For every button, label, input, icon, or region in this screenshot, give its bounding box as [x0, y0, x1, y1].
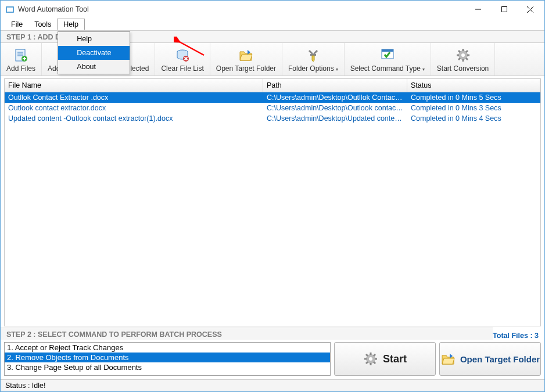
- svg-line-25: [314, 51, 317, 54]
- open-folder-icon: [238, 47, 253, 63]
- svg-point-30: [461, 53, 465, 57]
- gear-icon: [363, 351, 378, 366]
- open-target-folder-button[interactable]: Open Target Folder: [210, 43, 282, 75]
- close-button[interactable]: [517, 1, 543, 17]
- svg-rect-3: [501, 7, 507, 12]
- list-item[interactable]: 2. Remove Objects from Documents: [5, 353, 330, 362]
- svg-line-38: [458, 58, 460, 60]
- folder-options-icon: [306, 47, 321, 63]
- col-path[interactable]: Path: [263, 79, 407, 92]
- svg-line-36: [466, 58, 468, 60]
- svg-line-35: [458, 51, 460, 52]
- select-command-type-button[interactable]: Select Command Type▾: [345, 43, 431, 75]
- help-menu-about[interactable]: About: [58, 60, 130, 74]
- folder-options-button[interactable]: Folder Options▾: [282, 43, 345, 75]
- svg-rect-1: [7, 8, 13, 12]
- svg-rect-28: [382, 49, 393, 52]
- maximize-button[interactable]: [491, 1, 517, 17]
- bottom-row: 1. Accept or Reject Track Changes2. Remo…: [1, 340, 544, 379]
- menu-file[interactable]: File: [5, 19, 28, 30]
- app-icon: [5, 5, 15, 14]
- title-bar: Word Automation Tool: [1, 1, 544, 18]
- start-button[interactable]: Start: [334, 342, 436, 376]
- col-status[interactable]: Status: [407, 79, 540, 92]
- add-files-button[interactable]: Add Files: [1, 43, 42, 75]
- menu-bar: File Tools Help Help Deactivate About: [1, 18, 544, 31]
- menu-tools[interactable]: Tools: [28, 19, 57, 30]
- col-filename[interactable]: File Name: [5, 79, 263, 92]
- add-files-icon: [13, 47, 28, 63]
- chevron-down-icon: ▾: [336, 67, 338, 72]
- minimize-button[interactable]: [465, 1, 491, 17]
- app-window: Word Automation Tool File Tools Help Hel…: [0, 0, 545, 392]
- table-row[interactable]: Outlook contact extractor.docxC:\Users\a…: [5, 103, 540, 113]
- open-folder-icon: [440, 351, 456, 366]
- clear-list-icon: [175, 47, 190, 63]
- step2-label: STEP 2 : SELECT COMMAND TO PERFORM BATCH…: [1, 328, 493, 340]
- help-menu-deactivate[interactable]: Deactivate: [58, 46, 130, 60]
- total-files-label: Total Files : 3: [493, 330, 544, 340]
- svg-line-45: [366, 354, 368, 356]
- table-row[interactable]: Outllok Contact Extractor .docxC:\Users\…: [5, 92, 540, 103]
- status-bar: Status : Idle!: [1, 379, 544, 391]
- clear-file-list-button[interactable]: Clear File List: [155, 43, 210, 75]
- grid-header: File Name Path Status: [5, 79, 540, 92]
- chevron-down-icon: ▾: [422, 67, 425, 72]
- svg-point-40: [369, 357, 372, 361]
- svg-line-46: [374, 362, 375, 364]
- menu-help[interactable]: Help Help Deactivate About: [57, 19, 85, 30]
- svg-line-48: [366, 362, 368, 364]
- file-grid: File Name Path Status Outllok Contact Ex…: [4, 78, 541, 326]
- list-item[interactable]: 3. Change Page Setup of all Documents: [5, 362, 330, 372]
- select-command-icon: [380, 47, 395, 63]
- help-dropdown: Help Deactivate About: [58, 31, 130, 74]
- svg-line-47: [374, 354, 375, 356]
- start-conversion-button[interactable]: Start Conversion: [431, 43, 495, 75]
- svg-line-37: [466, 51, 468, 52]
- list-item[interactable]: 1. Accept or Reject Track Changes: [5, 343, 330, 353]
- svg-line-24: [309, 51, 313, 54]
- help-menu-help[interactable]: Help: [58, 32, 130, 46]
- command-list[interactable]: 1. Accept or Reject Track Changes2. Remo…: [4, 342, 331, 376]
- window-title: Word Automation Tool: [18, 5, 89, 13]
- gear-icon: [456, 47, 471, 63]
- open-target-folder-big-button[interactable]: Open Target Folder: [439, 342, 541, 376]
- grid-body[interactable]: Outllok Contact Extractor .docxC:\Users\…: [5, 92, 540, 326]
- table-row[interactable]: Updated content -Outlook contact extract…: [5, 113, 540, 124]
